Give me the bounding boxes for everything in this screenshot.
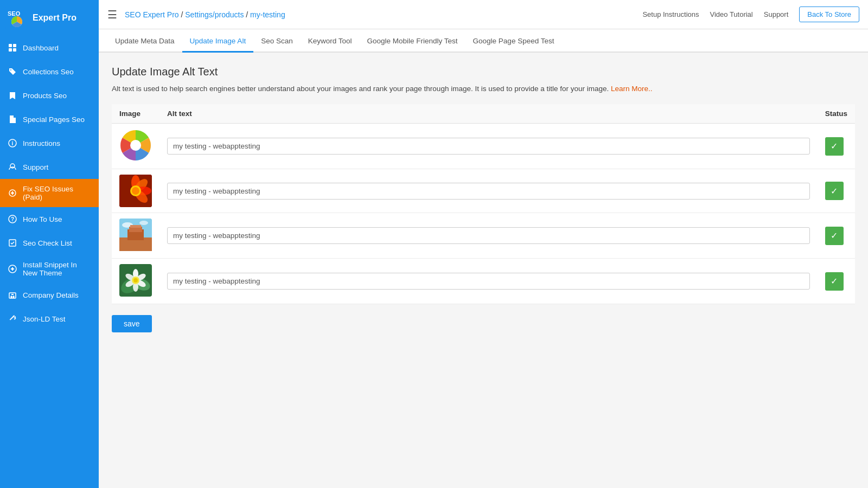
- status-cell-3: ✓: [818, 213, 855, 259]
- tab-google-page-speed[interactable]: Google Page Speed Test: [465, 29, 562, 53]
- sidebar-item-dashboard-label: Dashboard: [23, 44, 92, 52]
- alt-text-cell-3: [159, 213, 818, 259]
- sidebar-item-seo-checklist[interactable]: Seo Check List: [0, 231, 99, 255]
- sidebar-item-special-pages-seo-label: Special Pages Seo: [23, 115, 92, 124]
- learn-more-link[interactable]: Learn More..: [611, 85, 653, 93]
- video-tutorial-link[interactable]: Video Tutorial: [710, 10, 752, 18]
- col-alt-text: Alt text: [159, 104, 818, 124]
- table-row: ✓: [112, 259, 855, 304]
- col-image: Image: [112, 104, 159, 124]
- sidebar-item-company-details[interactable]: Company Details: [0, 283, 99, 307]
- svg-rect-4: [13, 44, 16, 47]
- svg-point-22: [130, 140, 141, 151]
- table-row: ✓: [112, 213, 855, 259]
- sidebar-item-support-label: Support: [23, 163, 92, 171]
- topbar-links: Setup Instructions Video Tutorial Suppor…: [642, 7, 859, 22]
- sidebar-item-json-ld-test[interactable]: Json-LD Test: [0, 307, 99, 331]
- svg-rect-37: [130, 225, 141, 228]
- alt-text-input-1[interactable]: [167, 138, 810, 155]
- svg-rect-6: [13, 48, 16, 52]
- breadcrumb: SEO Expert Pro / Settings/products / my-…: [125, 10, 642, 19]
- svg-rect-19: [9, 293, 16, 298]
- sidebar-item-special-pages-seo[interactable]: Special Pages Seo: [0, 107, 99, 131]
- status-cell-1: ✓: [818, 124, 855, 169]
- headset-icon: [7, 161, 18, 173]
- status-cell-4: ✓: [818, 259, 855, 304]
- svg-rect-5: [9, 48, 12, 52]
- save-button[interactable]: save: [112, 315, 152, 332]
- alt-text-input-3[interactable]: [167, 227, 810, 244]
- setup-instructions-link[interactable]: Setup Instructions: [642, 10, 699, 18]
- svg-point-48: [133, 278, 138, 282]
- info-icon: i: [7, 137, 18, 149]
- sidebar-item-company-details-label: Company Details: [23, 291, 92, 299]
- image-cell-1: [112, 124, 159, 169]
- tab-seo-scan[interactable]: Seo Scan: [253, 29, 301, 53]
- sidebar: SEO Expert Pro Dashboard Collections Seo…: [0, 0, 99, 488]
- alt-text-input-4[interactable]: [167, 273, 810, 290]
- sidebar-item-dashboard[interactable]: Dashboard: [0, 36, 99, 60]
- svg-text:?: ?: [11, 216, 14, 222]
- svg-rect-3: [9, 44, 12, 47]
- white-flower-image: [119, 264, 152, 297]
- pie-chart-image: [119, 129, 152, 162]
- image-cell-3: [112, 213, 159, 259]
- page-description: Alt text is used to help search engines …: [112, 84, 855, 94]
- description-text: Alt text is used to help search engines …: [112, 85, 609, 93]
- page-title: Update Image Alt Text: [112, 66, 855, 78]
- sidebar-item-instructions[interactable]: i Instructions: [0, 131, 99, 155]
- tab-update-image-alt[interactable]: Update Image Alt: [182, 29, 254, 53]
- file-icon: [7, 113, 18, 125]
- image-cell-4: [112, 259, 159, 304]
- flower-red-image: [119, 175, 152, 207]
- svg-text:i: i: [12, 140, 14, 146]
- sidebar-item-support[interactable]: Support: [0, 155, 99, 179]
- menu-toggle-button[interactable]: ☰: [107, 8, 117, 21]
- building-icon: [7, 289, 18, 301]
- tab-update-meta[interactable]: Update Meta Data: [107, 29, 182, 53]
- sidebar-item-products-seo[interactable]: Products Seo: [0, 84, 99, 107]
- alt-text-cell-1: [159, 124, 818, 169]
- svg-rect-20: [11, 294, 14, 295]
- check-button-3[interactable]: ✓: [825, 227, 844, 245]
- images-table: Image Alt text Status: [112, 104, 855, 304]
- check-button-1[interactable]: ✓: [825, 137, 844, 156]
- alt-text-cell-4: [159, 259, 818, 304]
- table-row: ✓: [112, 169, 855, 213]
- alt-text-input-2[interactable]: [167, 183, 810, 200]
- status-cell-2: ✓: [818, 169, 855, 213]
- plus-circle-icon: [7, 263, 18, 275]
- col-status: Status: [818, 104, 855, 124]
- svg-point-29: [132, 187, 139, 195]
- topbar: ☰ SEO Expert Pro / Settings/products / m…: [99, 0, 868, 29]
- check-button-2[interactable]: ✓: [825, 182, 844, 200]
- sidebar-item-fix-seo-issues[interactable]: Fix SEO Issues (Paid): [0, 179, 99, 207]
- tab-google-mobile[interactable]: Google Mobile Friendly Test: [359, 29, 465, 53]
- sidebar-title: Expert Pro: [33, 13, 76, 23]
- seo-logo: SEO: [5, 7, 28, 29]
- wrench2-icon: [7, 313, 18, 325]
- sidebar-item-json-ld-test-label: Json-LD Test: [23, 315, 92, 323]
- content-area: Update Image Alt Text Alt text is used t…: [99, 53, 868, 488]
- check-button-4[interactable]: ✓: [825, 272, 844, 291]
- sidebar-header: SEO Expert Pro: [0, 0, 99, 36]
- alt-text-cell-2: [159, 169, 818, 213]
- sidebar-item-install-snippet[interactable]: Install Snippet In New Theme: [0, 255, 99, 283]
- sidebar-item-instructions-label: Instructions: [23, 139, 92, 147]
- main-area: ☰ SEO Expert Pro / Settings/products / m…: [99, 0, 868, 488]
- support-link[interactable]: Support: [764, 10, 789, 18]
- grid-icon: [7, 42, 18, 54]
- checklist-icon: [7, 237, 18, 249]
- sidebar-item-collections-seo[interactable]: Collections Seo: [0, 60, 99, 84]
- tab-keyword-tool[interactable]: Keyword Tool: [301, 29, 360, 53]
- tag-icon: [7, 66, 18, 78]
- sidebar-item-how-to-use[interactable]: ? How To Use: [0, 207, 99, 231]
- wrench-icon: [7, 187, 18, 199]
- back-to-store-button[interactable]: Back To Store: [799, 7, 859, 22]
- tabs-bar: Update Meta Data Update Image Alt Seo Sc…: [99, 29, 868, 53]
- sidebar-item-install-snippet-label: Install Snippet In New Theme: [23, 261, 92, 277]
- sidebar-item-seo-checklist-label: Seo Check List: [23, 239, 92, 247]
- svg-point-33: [139, 221, 148, 225]
- svg-text:SEO: SEO: [8, 10, 21, 17]
- landscape-image: [119, 219, 152, 251]
